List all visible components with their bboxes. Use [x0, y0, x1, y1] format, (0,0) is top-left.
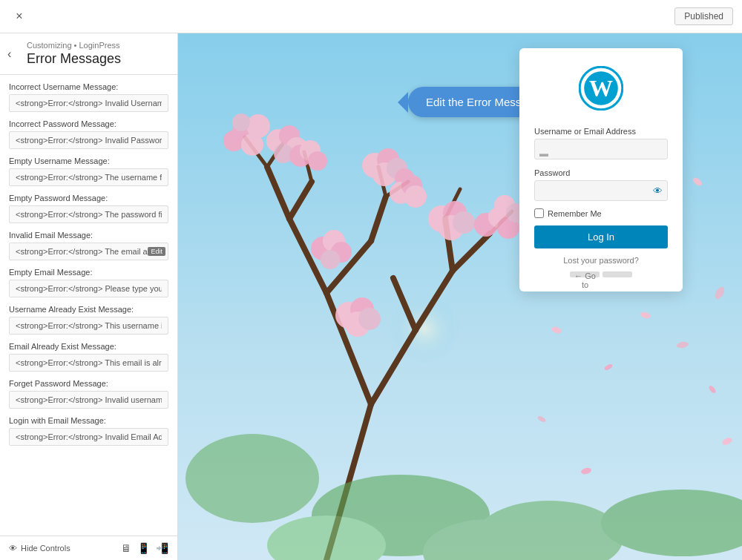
footer-icons: 🖥 📱 📲 — [121, 542, 168, 554]
wordpress-icon: W — [579, 66, 623, 111]
field-group-4: Invalid Email Message:Edit — [9, 231, 168, 260]
username-field-wrap: ▬ — [534, 139, 668, 168]
close-icon: × — [16, 10, 22, 23]
field-input-3[interactable] — [9, 205, 168, 223]
hide-controls-button[interactable]: 👁 Hide Controls — [9, 544, 70, 553]
svg-point-23 — [223, 131, 244, 151]
password-field-wrap: 👁 — [534, 180, 668, 201]
user-icon: ▬ — [539, 148, 548, 159]
wp-logo: W — [534, 66, 668, 113]
tablet-icon[interactable]: 📱 — [137, 542, 150, 554]
field-input-4[interactable] — [9, 243, 168, 260]
svg-point-25 — [232, 113, 250, 131]
field-label-3: Empty Password Message: — [9, 194, 168, 202]
published-button[interactable]: Published — [674, 7, 733, 25]
top-bar: × Published — [0, 0, 742, 33]
field-input-8[interactable] — [9, 391, 168, 409]
field-group-6: Username Already Exist Message: — [9, 305, 168, 335]
field-group-5: Empty Email Message: — [9, 268, 168, 297]
panel-title: Error Messages — [27, 51, 167, 67]
back-button[interactable]: ‹ — [7, 47, 11, 61]
field-label-4: Invalid Email Message: — [9, 231, 168, 240]
field-group-7: Email Already Exist Message: — [9, 342, 168, 372]
field-input-wrap-0 — [9, 94, 168, 112]
field-group-8: Forget Password Message: — [9, 379, 168, 409]
field-input-0[interactable] — [9, 94, 168, 112]
breadcrumb: Customizing • LoginPress — [27, 41, 167, 50]
svg-text:W: W — [589, 75, 613, 102]
svg-point-40 — [404, 185, 427, 208]
field-input-wrap-3 — [9, 205, 168, 223]
svg-point-44 — [453, 211, 475, 234]
field-group-3: Empty Password Message: — [9, 194, 168, 223]
password-label: Password — [534, 168, 668, 177]
panel-fields: Incorrect Username Message:Incorrect Pas… — [0, 75, 177, 536]
field-input-wrap-6 — [9, 317, 168, 335]
username-input[interactable] — [534, 139, 668, 159]
field-label-7: Email Already Exist Message: — [9, 342, 168, 351]
eye-icon: 👁 — [9, 544, 17, 553]
svg-point-24 — [241, 134, 263, 156]
field-input-7[interactable] — [9, 354, 168, 372]
field-label-6: Username Already Exist Message: — [9, 305, 168, 314]
site-name-placeholder — [603, 271, 632, 277]
hide-controls-label: Hide Controls — [21, 544, 70, 553]
field-input-wrap-4: Edit — [9, 243, 168, 260]
svg-point-53 — [321, 250, 340, 269]
field-input-1[interactable] — [9, 131, 168, 149]
desktop-icon[interactable]: 🖥 — [121, 542, 131, 554]
field-input-wrap-8 — [9, 391, 168, 409]
svg-point-57 — [358, 308, 381, 330]
field-input-9[interactable] — [9, 428, 168, 446]
preview-area: Edit the Error Messages W Username or Em… — [178, 33, 742, 560]
lost-password-link[interactable]: Lost your password? — [534, 256, 668, 265]
field-label-1: Incorrect Password Message: — [9, 119, 168, 128]
field-group-1: Incorrect Password Message: — [9, 119, 168, 149]
field-group-2: Empty Username Message: — [9, 157, 168, 186]
close-button[interactable]: × — [9, 6, 30, 27]
login-box: W Username or Email Address ▬ Password 👁… — [519, 48, 683, 291]
remember-me-checkbox[interactable] — [534, 208, 544, 218]
username-label: Username or Email Address — [534, 127, 668, 136]
field-label-0: Incorrect Username Message: — [9, 82, 168, 91]
login-button[interactable]: Log In — [534, 225, 668, 248]
svg-point-1 — [371, 263, 490, 382]
field-input-wrap-5 — [9, 280, 168, 297]
back-icon: ‹ — [7, 47, 11, 61]
svg-point-73 — [186, 434, 319, 523]
panel-header: ‹ Customizing • LoginPress Error Message… — [0, 33, 177, 75]
go-to-row: ← Go to — [534, 269, 668, 278]
field-input-2[interactable] — [9, 168, 168, 186]
field-input-wrap-9 — [9, 428, 168, 446]
remember-me-label: Remember Me — [548, 209, 602, 218]
left-panel: ‹ Customizing • LoginPress Error Message… — [0, 33, 178, 560]
field-label-2: Empty Username Message: — [9, 157, 168, 165]
field-group-9: Login with Email Message: — [9, 416, 168, 446]
main-layout: ‹ Customizing • LoginPress Error Message… — [0, 33, 742, 560]
field-input-wrap-7 — [9, 354, 168, 372]
svg-point-32 — [308, 151, 327, 171]
password-input[interactable] — [534, 180, 668, 201]
panel-footer: 👁 Hide Controls 🖥 📱 📲 — [0, 536, 177, 560]
field-label-8: Forget Password Message: — [9, 379, 168, 388]
field-input-wrap-2 — [9, 168, 168, 186]
field-input-wrap-1 — [9, 131, 168, 149]
field-input-5[interactable] — [9, 280, 168, 297]
field-label-5: Empty Email Message: — [9, 268, 168, 277]
toggle-password-icon[interactable]: 👁 — [653, 185, 663, 197]
mobile-icon[interactable]: 📲 — [156, 542, 168, 554]
remember-me-row: Remember Me — [534, 208, 668, 218]
edit-badge-4[interactable]: Edit — [148, 247, 165, 256]
field-label-9: Login with Email Message: — [9, 416, 168, 425]
field-group-0: Incorrect Username Message: — [9, 82, 168, 112]
go-to-label: ← Go to — [570, 271, 600, 277]
field-input-6[interactable] — [9, 317, 168, 335]
